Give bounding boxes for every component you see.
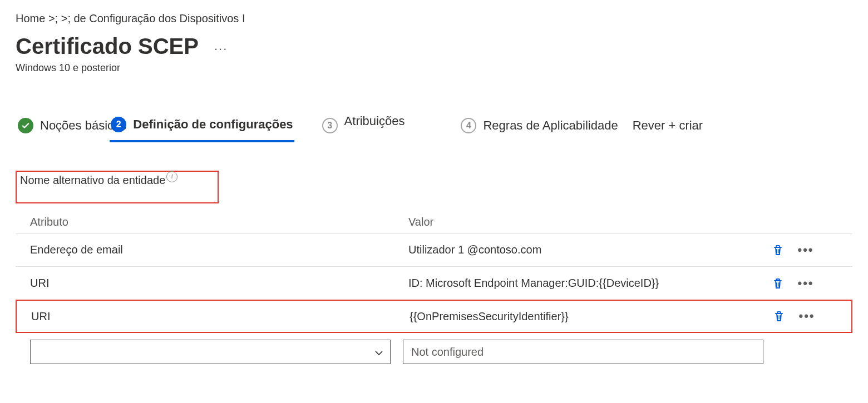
san-table: Atributo Valor Endereço de email Utiliza… xyxy=(16,211,852,364)
cell-value: Utilizador 1 @contoso.com xyxy=(398,243,769,256)
title-more-icon[interactable]: ··· xyxy=(214,34,228,56)
wizard-steps: Noções básicas 2 Definição de configuraç… xyxy=(16,112,852,145)
new-entry-row xyxy=(16,340,852,364)
chevron-down-icon xyxy=(374,347,383,356)
section-san-label: Nome alternativo da entidade xyxy=(20,174,165,187)
info-icon[interactable]: i xyxy=(166,171,177,182)
cell-attribute: URI xyxy=(17,310,400,323)
row-more-button[interactable]: ••• xyxy=(796,276,822,291)
step-label: Definição de configurações xyxy=(133,117,293,132)
cell-attribute: Endereço de email xyxy=(16,243,398,256)
table-row-highlight: URI {{OnPremisesSecurityIdentifier}} ••• xyxy=(16,300,852,333)
trash-icon xyxy=(771,243,785,257)
step-review[interactable]: Rever + criar xyxy=(632,116,704,141)
check-icon xyxy=(18,118,33,133)
step-number-icon: 3 xyxy=(322,118,338,133)
step-label: Regras de Aplicabilidade xyxy=(483,118,618,133)
step-config[interactable]: 2 Definição de configurações xyxy=(110,115,294,142)
value-input[interactable] xyxy=(410,345,756,359)
cell-value: ID: Microsoft Endpoint Manager:GUID:{{De… xyxy=(398,277,769,290)
cell-value: {{OnPremisesSecurityIdentifier}} xyxy=(400,310,770,323)
step-number-icon: 4 xyxy=(461,118,476,133)
delete-button[interactable] xyxy=(769,275,787,292)
row-more-button[interactable]: ••• xyxy=(796,243,822,257)
delete-button[interactable] xyxy=(769,241,787,259)
delete-button[interactable] xyxy=(770,307,788,325)
step-label: Rever + criar xyxy=(633,118,703,133)
cell-attribute: URI xyxy=(16,277,398,290)
col-header-value: Valor xyxy=(398,216,769,228)
step-applicability[interactable]: 4 Regras de Aplicabilidade xyxy=(460,116,619,141)
value-input-wrap xyxy=(403,340,763,364)
trash-icon xyxy=(771,276,785,291)
page-title: Certificado SCEP xyxy=(16,34,199,59)
row-more-button[interactable]: ••• xyxy=(797,309,823,324)
trash-icon xyxy=(772,309,786,324)
attribute-select[interactable] xyxy=(30,340,391,364)
table-row: Endereço de email Utilizador 1 @contoso.… xyxy=(16,233,852,267)
col-header-attribute: Atributo xyxy=(16,216,398,228)
step-assignments[interactable]: 3 Atribuições xyxy=(321,112,406,145)
page-subtitle: Windows 10 e posterior xyxy=(16,62,852,74)
step-label: Atribuições xyxy=(344,114,405,137)
table-row: URI ID: Microsoft Endpoint Manager:GUID:… xyxy=(16,267,852,300)
step-number-icon: 2 xyxy=(111,117,126,132)
breadcrumb[interactable]: Home >; >; de Configuração dos Dispositi… xyxy=(16,12,852,25)
section-san-highlight: Nome alternativo da entidade i xyxy=(16,171,219,203)
